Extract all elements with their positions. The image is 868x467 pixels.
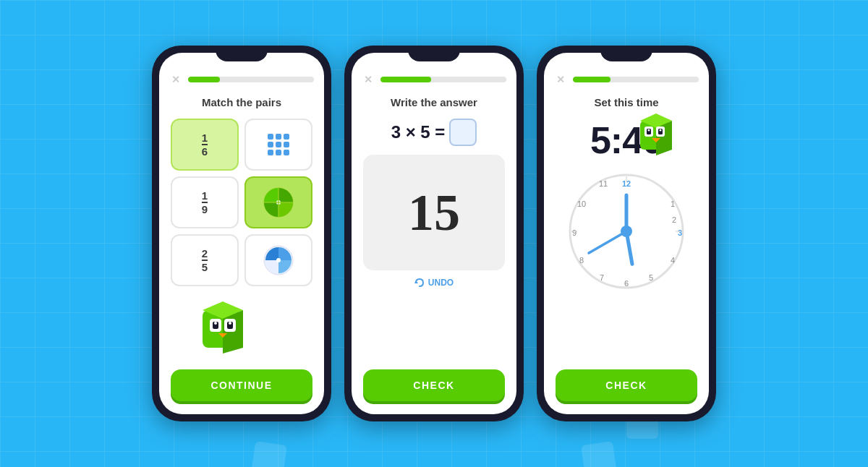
check-button-2[interactable]: CHECK	[363, 369, 505, 401]
continue-button[interactable]: CONTINUE	[171, 369, 312, 401]
phone-footer-1: CONTINUE	[159, 361, 324, 414]
phone-content-3: Set this time 5:40 12 1 3 4 5 6 7 8 9 10	[544, 90, 709, 361]
grid-dots-icon	[268, 134, 289, 155]
pair-cell-1-6[interactable]: 1 6	[171, 119, 239, 171]
svg-text:9: 9	[572, 228, 576, 237]
svg-text:1: 1	[671, 200, 675, 208]
pair-cell-2-5[interactable]: 2 5	[171, 234, 239, 286]
question-title-2: Write the answer	[391, 96, 477, 108]
answer-input-box[interactable]	[449, 119, 477, 146]
pair-cell-grid[interactable]	[244, 119, 312, 171]
triangle-pie-icon	[263, 244, 294, 276]
question-title-1: Match the pairs	[202, 96, 281, 108]
phone-notch	[216, 46, 268, 61]
progress-bar-bg-2	[380, 77, 506, 82]
svg-text:11: 11	[599, 179, 608, 188]
equation-text: 3 × 5 =	[391, 122, 446, 142]
clock-face[interactable]: 12 1 3 4 5 6 7 8 9 10 11 2	[566, 171, 687, 292]
svg-point-46	[648, 129, 650, 132]
phone-notch-2	[408, 46, 460, 61]
pair-cell-triangle[interactable]	[244, 234, 312, 286]
handwritten-answer: 15	[408, 187, 460, 239]
fraction-1-6: 1 6	[202, 132, 208, 157]
scene: ✕ Match the pairs 1 6	[152, 46, 716, 421]
fraction-2-5: 2 5	[202, 248, 208, 273]
mascot-right	[636, 109, 676, 158]
phone-footer-3: CHECK	[544, 361, 709, 414]
svg-text:5: 5	[649, 273, 653, 282]
progress-bar-fill-1	[188, 77, 220, 82]
check-button-3[interactable]: CHECK	[556, 369, 697, 401]
pairs-grid: 1 6 1	[171, 119, 312, 286]
progress-bar-bg-1	[188, 77, 314, 82]
phone-content-2: Write the answer 3 × 5 = 15 UNDO	[352, 90, 516, 361]
drawing-canvas[interactable]: 15	[363, 155, 505, 270]
phone-footer-2: CHECK	[352, 361, 516, 414]
svg-text:10: 10	[577, 200, 586, 208]
svg-point-7	[214, 322, 217, 325]
svg-text:8: 8	[579, 256, 584, 265]
undo-icon	[414, 278, 425, 288]
pair-cell-pie[interactable]	[244, 176, 312, 228]
phone-match-pairs: ✕ Match the pairs 1 6	[152, 46, 331, 421]
equation-row: 3 × 5 =	[391, 119, 477, 146]
pair-cell-1-9[interactable]: 1 9	[171, 176, 239, 228]
undo-label: UNDO	[428, 278, 454, 288]
phone-set-time: ✕ Set this time 5:40 12 1 3 4 5	[537, 46, 716, 421]
fraction-1-9: 1 9	[202, 190, 208, 215]
svg-text:7: 7	[600, 273, 604, 282]
svg-point-34	[622, 227, 631, 236]
progress-bar-fill-2	[380, 77, 431, 82]
svg-point-8	[229, 322, 231, 325]
undo-row[interactable]: UNDO	[414, 278, 454, 288]
mascot-left	[197, 296, 249, 356]
pie-chart-icon	[263, 187, 294, 218]
phone-notch-3	[600, 46, 652, 61]
close-button-1[interactable]: ✕	[169, 73, 182, 86]
progress-bar-bg-3	[573, 77, 699, 82]
svg-point-47	[660, 129, 662, 132]
svg-text:2: 2	[672, 215, 676, 224]
close-button-2[interactable]: ✕	[362, 73, 375, 86]
svg-point-15	[276, 258, 281, 262]
svg-text:4: 4	[671, 256, 675, 265]
svg-text:3: 3	[678, 228, 682, 237]
progress-bar-fill-3	[573, 77, 610, 82]
close-button-3[interactable]: ✕	[554, 73, 567, 86]
question-title-3: Set this time	[594, 96, 658, 108]
phone-write-answer: ✕ Write the answer 3 × 5 = 15	[344, 46, 524, 421]
